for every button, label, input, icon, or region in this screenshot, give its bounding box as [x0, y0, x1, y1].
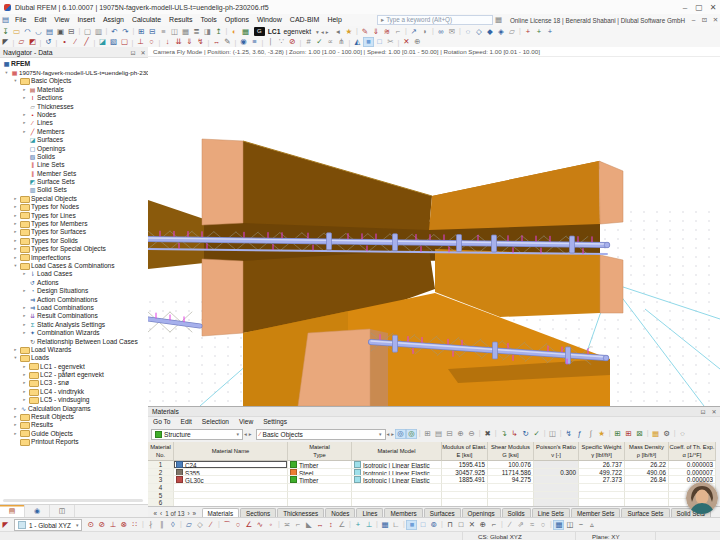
table-cell-nu[interactable]: 0.300: [534, 469, 579, 477]
load-free-icon[interactable]: ↯: [195, 37, 206, 47]
expand-arrow-icon[interactable]: ▸: [12, 220, 19, 228]
guide-point-icon[interactable]: ∵: [276, 37, 287, 47]
select-arrow-icon[interactable]: ◤: [0, 37, 11, 47]
layers-icon[interactable]: ≡: [249, 37, 260, 47]
copy-3d-icon[interactable]: ▱: [506, 27, 517, 37]
render-wire-icon[interactable]: □: [417, 520, 428, 530]
column-header[interactable]: Coeff. of Th. Exp.α [1/°F]: [669, 442, 716, 461]
expand-arrow-icon[interactable]: ▸: [21, 363, 28, 371]
fillet-icon[interactable]: ⌐: [292, 520, 303, 530]
menu-calculate[interactable]: Calculate: [128, 14, 165, 26]
table-cell-gamma[interactable]: 26.737: [579, 461, 625, 469]
last-page-icon[interactable]: »: [193, 510, 197, 517]
select-x-icon[interactable]: ✖: [482, 429, 493, 439]
expand-arrow-icon[interactable]: ▸: [12, 254, 19, 262]
expand-arrow-icon[interactable]: ▸: [12, 195, 19, 203]
table-cell-e[interactable]: 1885.491: [442, 476, 488, 484]
upload-icon[interactable]: ↥: [213, 27, 224, 37]
panel-icon[interactable]: ◨: [202, 27, 213, 37]
tree-item-solid-sets[interactable]: ▥Solid Sets: [0, 186, 148, 194]
new-tab-icon[interactable]: ▢: [82, 27, 93, 37]
ortho-toggle-icon[interactable]: ∟: [390, 520, 401, 530]
data-tab[interactable]: ▤: [0, 505, 25, 517]
expand-arrow-icon[interactable]: ▸: [21, 270, 28, 278]
next-icon[interactable]: ▸: [391, 431, 394, 437]
materials-menu-settings[interactable]: Settings: [258, 417, 292, 426]
table-cell-e[interactable]: 30457.925: [442, 469, 488, 477]
renumber-icon[interactable]: #: [303, 37, 314, 47]
minus-icon[interactable]: −: [575, 520, 586, 530]
expand-arrow-icon[interactable]: ▸: [21, 287, 28, 295]
tree-item-thicknesses[interactable]: ▱Thicknesses: [0, 103, 148, 111]
dim-v-icon[interactable]: ↕: [325, 520, 336, 530]
snap-perp-icon[interactable]: ⊥: [107, 520, 118, 530]
first-page-icon[interactable]: «: [154, 510, 158, 517]
tree-item-nodes[interactable]: ▸•Nodes: [0, 111, 148, 119]
column-header[interactable]: Specific Weightγ [lbf/ft³]: [579, 442, 625, 461]
mdi-minimize-icon[interactable]: –: [689, 16, 698, 23]
table-cell-name[interactable]: [174, 484, 288, 492]
offset-icon[interactable]: ≍: [281, 520, 292, 530]
menu-file[interactable]: File: [11, 14, 30, 26]
excel-x-icon[interactable]: ⊠: [634, 429, 645, 439]
tree-item-actions[interactable]: ↺Actions: [0, 279, 148, 287]
zoom-sync-icon[interactable]: ◎: [406, 429, 417, 439]
table-layout-icon[interactable]: ⊟: [147, 27, 158, 37]
excel-in-icon[interactable]: ⊞: [612, 429, 623, 439]
table-cell-nu[interactable]: [534, 461, 579, 469]
tree-item-guide-objects[interactable]: ▸Guide Objects: [0, 430, 148, 438]
tree-item-load-cases-combinations[interactable]: ▾Load Cases & Combinations: [0, 262, 148, 270]
table-cell-nu[interactable]: [534, 476, 579, 484]
next-icon[interactable]: ▸: [249, 431, 252, 437]
expand-arrow-icon[interactable]: ▸: [12, 346, 19, 354]
load-node-icon[interactable]: ↓: [162, 37, 173, 47]
tree-item-relationship-between-load-cases[interactable]: ↻Relationship Between Load Cases: [0, 338, 148, 346]
column-header[interactable]: MaterialNo.: [148, 442, 174, 461]
table-cell-e[interactable]: [442, 492, 488, 500]
menu-insert[interactable]: Insert: [73, 14, 99, 26]
show-load-icon[interactable]: ⇓: [370, 27, 381, 37]
tree-item-results[interactable]: ▸Results: [0, 421, 148, 429]
materials-menu-edit[interactable]: Edit: [175, 417, 196, 426]
annotation-icon[interactable]: ✎: [222, 37, 233, 47]
expand-arrow-icon[interactable]: ▸: [21, 304, 28, 312]
clip-icon[interactable]: ✂: [385, 37, 396, 47]
table-expand-icon[interactable]: ⊕: [455, 429, 466, 439]
axes-z-icon[interactable]: +: [544, 27, 555, 37]
column-header[interactable]: Mass Densityρ [lb/ft³]: [625, 442, 669, 461]
osnap-toggle-icon[interactable]: ⊚: [428, 520, 439, 530]
select-special-icon[interactable]: ◩: [27, 37, 38, 47]
sel-c-icon[interactable]: ≈: [526, 520, 537, 530]
row-insert-icon[interactable]: ⊞: [422, 429, 433, 439]
snap-int-icon[interactable]: ⊗: [118, 520, 129, 530]
save-icon[interactable]: ▣: [55, 27, 66, 37]
expand-arrow-icon[interactable]: ▸: [21, 86, 28, 94]
render-solid-icon[interactable]: ■: [406, 520, 417, 530]
table-cell-g[interactable]: [488, 484, 534, 492]
menu-view[interactable]: View: [50, 14, 73, 26]
tree-item-imperfections[interactable]: ▸Imperfections: [0, 254, 148, 262]
expand-arrow-icon[interactable]: ▸: [21, 119, 28, 127]
expand-arrow-icon[interactable]: ▾: [12, 77, 19, 85]
prev-icon[interactable]: ◂: [387, 431, 390, 437]
printout-icon[interactable]: ≣: [191, 27, 202, 37]
table-cell-model[interactable]: [352, 484, 442, 492]
tree-item-sections[interactable]: ▸ISections: [0, 94, 148, 102]
tree-item-lc3-sn-[interactable]: ▸LC3 - snø: [0, 379, 148, 387]
connect-icon[interactable]: ∝: [325, 37, 336, 47]
plane-select-icon[interactable]: ◊: [167, 520, 178, 530]
sel-a-icon[interactable]: ∕: [504, 520, 515, 530]
table-cell-model[interactable]: Isotropic | Linear Elastic: [352, 476, 442, 484]
navigator-root-item[interactable]: ▦ RFEM: [2, 59, 30, 68]
solid-new-icon[interactable]: ▧: [108, 37, 119, 47]
menu-assign[interactable]: Assign: [99, 14, 128, 26]
table-cell-gamma[interactable]: [579, 484, 625, 492]
prev-icon[interactable]: ◂: [244, 431, 247, 437]
arc-3p-icon[interactable]: ⌒: [221, 520, 232, 530]
tree-item-surfaces[interactable]: ◪Surfaces: [0, 136, 148, 144]
corner-icon[interactable]: ⌐: [488, 520, 499, 530]
table-cell-no[interactable]: 5: [148, 492, 174, 500]
column-header[interactable]: Material Model: [352, 442, 442, 461]
table-cell-model[interactable]: Isotropic | Linear Elastic: [352, 461, 442, 469]
expand-arrow-icon[interactable]: ▸: [21, 128, 28, 136]
